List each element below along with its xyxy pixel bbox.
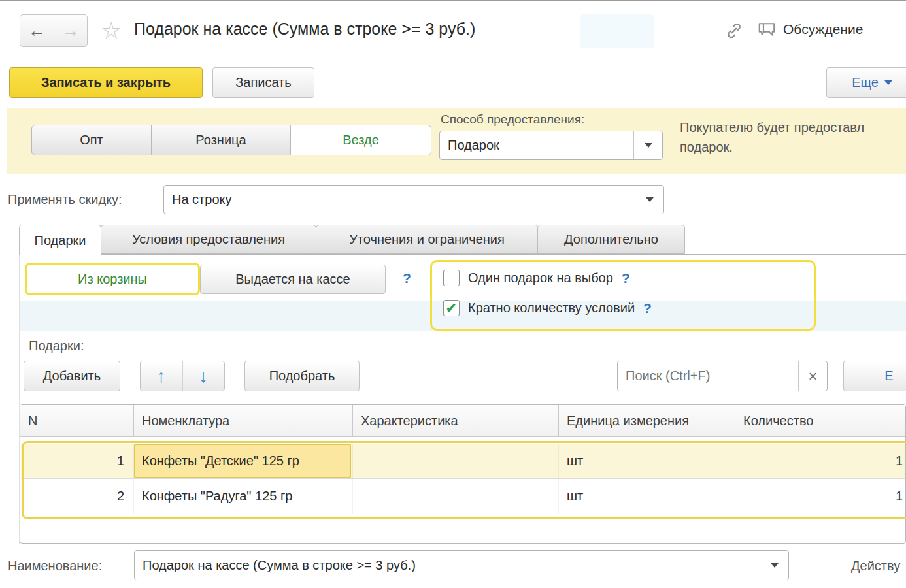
name-combobox[interactable]: Подарок на кассе (Сумма в строке >= 3 ру…: [134, 550, 789, 580]
back-icon: ←: [28, 21, 46, 41]
tab-dopolnitelno[interactable]: Дополнительно: [537, 225, 685, 254]
active-cell-highlight: Конфеты "Детские" 125 гр: [134, 444, 351, 478]
availability-hint-line1: Покупателю будет предоставл: [680, 120, 864, 135]
move-down-button[interactable]: ↓: [183, 361, 225, 391]
method-label: Способ предоставления:: [441, 112, 584, 127]
method-value: Подарок: [440, 131, 633, 159]
copy-link-icon[interactable]: [724, 21, 744, 41]
segment-roznitsa[interactable]: Розница: [151, 125, 291, 155]
one-gift-checkbox[interactable]: [443, 270, 460, 286]
discussion-icon: [757, 20, 777, 39]
dropdown-caret-icon: [645, 143, 652, 148]
option-multiple-row[interactable]: ✔ Кратно количеству условий ?: [443, 300, 652, 316]
market-segment-switch: Опт Розница Везде: [31, 125, 431, 155]
cell-nomenclature-active[interactable]: Конфеты "Детские" 125 гр: [134, 444, 353, 478]
apply-discount-dropdown-button[interactable]: [635, 186, 663, 214]
gifts-table-header: N Номенклатура Характеристика Единица из…: [20, 405, 905, 437]
tab-strip: Подарки Условия предоставления Уточнения…: [20, 225, 685, 255]
gifts-table: N Номенклатура Характеристика Единица из…: [20, 404, 906, 544]
cell-text: Конфеты "Детские" 125 гр: [142, 453, 299, 468]
multiple-of-conditions-label: Кратно количеству условий: [468, 301, 635, 316]
arrow-up-icon: ↑: [157, 366, 166, 387]
cell-characteristic[interactable]: [353, 479, 559, 514]
table-row[interactable]: 1 Конфеты "Детские" 125 гр шт 1: [21, 444, 905, 478]
dropdown-caret-icon: [884, 80, 892, 85]
gift-discount-window: { "icons": { "back": "←", "forward": "→"…: [0, 0, 906, 588]
apply-discount-combobox[interactable]: На строку: [163, 185, 664, 214]
tab-podarki[interactable]: Подарки: [19, 225, 101, 255]
cell-unit[interactable]: шт: [559, 479, 735, 514]
dropdown-caret-icon: [771, 563, 779, 568]
gifts-caption: Подарки:: [29, 338, 84, 353]
table-row[interactable]: 2 Конфеты "Радуга" 125 гр шт 1: [21, 479, 905, 514]
cell-n[interactable]: 1: [21, 444, 134, 478]
arrow-down-icon: ↓: [199, 366, 208, 387]
cell-n[interactable]: 2: [21, 479, 134, 514]
name-value: Подарок на кассе (Сумма в строке >= 3 ру…: [135, 551, 760, 580]
discussion-button[interactable]: Обсуждение: [757, 20, 863, 39]
column-header-n[interactable]: N: [20, 405, 134, 436]
gift-options-group: Один подарок на выбор ? ✔ Кратно количес…: [430, 260, 816, 331]
favorite-star-icon[interactable]: ☆: [101, 17, 122, 44]
gift-source-toggle-checkout[interactable]: Выдается на кассе: [200, 265, 386, 294]
gift-source-from-cart-label: Из корзины: [78, 272, 147, 287]
name-dropdown-button[interactable]: [760, 551, 788, 580]
clear-search-icon: ×: [808, 368, 817, 384]
clear-search-button[interactable]: ×: [798, 361, 827, 391]
forward-button[interactable]: →: [54, 15, 88, 46]
apply-discount-label: Применять скидку:: [8, 192, 122, 207]
cell-nomenclature[interactable]: Конфеты "Радуга" 125 гр: [134, 479, 353, 514]
dropdown-caret-icon: [646, 197, 654, 202]
method-dropdown-button[interactable]: [633, 131, 662, 159]
method-combobox[interactable]: Подарок: [439, 131, 663, 160]
window-top-border: [0, 0, 906, 1]
forward-icon: →: [61, 21, 79, 41]
availability-hint-line2: подарок.: [680, 140, 733, 155]
column-header-unit[interactable]: Единица измерения: [559, 405, 735, 436]
more-actions-label: Еще: [852, 75, 879, 90]
add-row-button[interactable]: Добавить: [24, 361, 120, 391]
one-gift-help-icon[interactable]: ?: [622, 270, 630, 286]
move-row-group: ↑ ↓: [140, 361, 225, 391]
column-header-quantity[interactable]: Количество: [735, 405, 905, 436]
save-and-close-button[interactable]: Записать и закрыть: [9, 67, 203, 98]
table-more-button[interactable]: Е: [843, 361, 906, 391]
move-up-button[interactable]: ↑: [141, 361, 183, 391]
one-gift-label: Один подарок на выбор: [468, 270, 613, 286]
pick-items-button[interactable]: Подобрать: [244, 361, 360, 391]
search-box: ×: [617, 361, 828, 391]
name-label: Наименование:: [8, 559, 102, 574]
page-title: Подарок на кассе (Сумма в строке >= 3 ру…: [134, 20, 475, 39]
tab-utochneniya-i-ogranicheniya[interactable]: Уточнения и ограничения: [316, 225, 538, 254]
multiple-of-conditions-help-icon[interactable]: ?: [643, 301, 652, 316]
nav-history-group: ← →: [20, 14, 88, 47]
cell-unit[interactable]: шт: [559, 444, 735, 478]
segment-vezde[interactable]: Везде: [290, 125, 431, 155]
cell-quantity[interactable]: 1: [735, 444, 905, 478]
gift-source-help-icon[interactable]: ?: [403, 270, 411, 286]
more-actions-button[interactable]: Еще: [826, 67, 906, 98]
discussion-label: Обсуждение: [783, 22, 863, 37]
column-header-characteristic[interactable]: Характеристика: [353, 405, 559, 436]
gift-source-toggle-selected[interactable]: Из корзины: [25, 263, 200, 295]
search-input[interactable]: [618, 361, 798, 391]
save-button[interactable]: Записать: [212, 67, 314, 98]
option-one-gift-row[interactable]: Один подарок на выбор ?: [443, 270, 630, 286]
title-focus-area: [580, 14, 654, 48]
cell-quantity[interactable]: 1: [735, 479, 905, 514]
status-label: Действу: [851, 559, 900, 574]
column-header-nomenclature[interactable]: Номенклатура: [134, 405, 353, 436]
back-button[interactable]: ←: [20, 15, 54, 46]
cell-characteristic[interactable]: [353, 444, 559, 478]
segment-opt[interactable]: Опт: [31, 125, 152, 155]
tab-usloviya-predostavleniya[interactable]: Условия предоставления: [101, 225, 316, 254]
multiple-of-conditions-checkbox[interactable]: ✔: [443, 300, 460, 316]
apply-discount-value: На строку: [164, 186, 635, 214]
